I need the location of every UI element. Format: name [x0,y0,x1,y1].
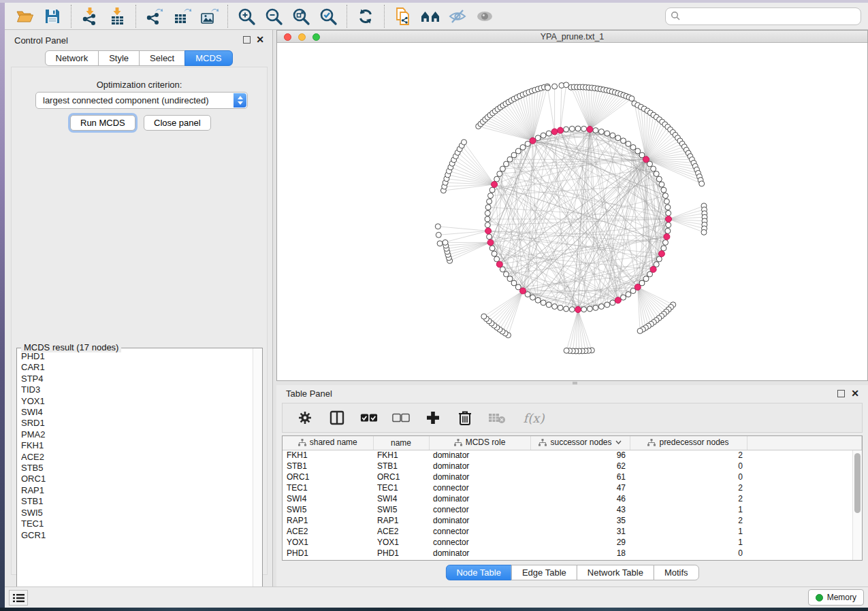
table-scrollbar-thumb[interactable] [854,453,861,513]
table-cell[interactable]: ACE2 [283,526,373,537]
table-cell[interactable]: connector [429,504,530,515]
table-scrollbar[interactable] [852,450,862,560]
table-cell[interactable]: 35 [530,515,630,526]
graph-node[interactable] [489,246,495,251]
table-cell[interactable]: 2 [630,515,747,526]
table-cell[interactable]: 1 [630,504,747,515]
table-cell[interactable]: 18 [530,548,630,559]
mcds-result-list[interactable]: PHD1CAR1STP4TID3YOX1SWI4SRD1PMA2FKH1ACE2… [21,351,251,598]
table-row[interactable]: SWI4SWI4dominator462 [283,493,862,504]
graph-hub-node[interactable] [530,137,536,144]
graph-node[interactable] [663,193,669,199]
save-session-button[interactable] [39,5,66,28]
optimization-criterion-dropdown[interactable]: largest connected component (undirected) [35,92,248,109]
graph-node[interactable] [436,232,441,237]
table-cell[interactable]: FKH1 [373,450,429,461]
graph-node[interactable] [485,222,490,228]
graph-node[interactable] [462,139,467,145]
graph-node[interactable] [435,224,440,229]
table-cell[interactable]: 2 [630,450,747,461]
export-network-button[interactable] [141,5,168,28]
graph-node[interactable] [605,302,610,308]
table-cell[interactable]: ORC1 [283,472,373,482]
graph-node[interactable] [489,187,495,193]
graph-node[interactable] [541,133,546,138]
graph-node[interactable] [581,307,587,312]
table-cell[interactable]: YOX1 [373,537,429,548]
table-cell[interactable]: 0 [630,548,747,559]
table-cell[interactable] [747,450,862,461]
graph-hub-node[interactable] [615,297,621,303]
table-cell[interactable]: 1 [630,526,747,537]
table-cell[interactable]: 0 [630,461,747,472]
table-cell[interactable] [747,504,862,515]
graph-node[interactable] [485,216,490,222]
splitter-grip[interactable] [573,382,577,384]
graph-node[interactable] [666,222,671,228]
table-cell[interactable]: PHD1 [283,548,373,559]
graph-node[interactable] [511,280,517,286]
table-cell[interactable] [747,515,862,526]
column-header-mcds-role[interactable]: MCDS role [429,436,530,450]
graph-node[interactable] [488,193,494,199]
graph-node[interactable] [564,348,569,353]
table-row[interactable]: ORC1ORC1dominator610 [283,472,862,482]
search-field[interactable] [665,7,861,25]
table-cell[interactable]: 62 [530,461,630,472]
graph-node[interactable] [485,210,490,216]
table-row[interactable]: STB1STB1dominator620 [283,461,862,472]
column-header-name[interactable]: name [373,436,429,450]
graph-node[interactable] [504,161,509,167]
mcds-result-item[interactable]: GCR1 [21,530,251,541]
table-cell[interactable]: SWI5 [373,504,429,515]
table-panel-float-button[interactable] [837,390,845,397]
graph-node[interactable] [545,85,551,90]
table-cell[interactable]: dominator [429,548,530,559]
graph-node[interactable] [520,145,526,150]
graph-node[interactable] [552,84,558,89]
table-cell[interactable]: dominator [429,515,530,526]
graph-node[interactable] [664,199,669,204]
import-table-button[interactable] [103,5,131,28]
table-row[interactable]: FKH1FKH1dominator962 [283,450,862,461]
graph-node[interactable] [626,292,631,297]
table-cell[interactable] [747,472,862,482]
status-menu-button[interactable] [9,590,28,606]
hide-selected-button[interactable] [444,5,471,28]
graph-hub-node[interactable] [664,233,670,240]
graph-node[interactable] [651,166,656,171]
table-cell[interactable]: connector [429,482,530,493]
table-cell[interactable]: TEC1 [373,482,429,493]
graph-node[interactable] [621,295,626,300]
table-cell[interactable]: SWI5 [283,504,373,515]
network-canvas[interactable] [277,43,867,380]
mcds-result-item[interactable]: CAR1 [21,362,251,373]
graph-node[interactable] [487,234,492,240]
table-cell[interactable]: PHD1 [373,548,429,559]
network-graph[interactable] [277,43,867,380]
graph-node[interactable] [635,148,641,154]
graph-hub-node[interactable] [485,228,492,234]
graph-node[interactable] [558,305,563,310]
graph-node[interactable] [665,228,671,233]
tab-style[interactable]: Style [98,50,140,66]
graph-hub-node[interactable] [658,250,664,257]
graph-hub-node[interactable] [492,182,498,188]
graph-node[interactable] [530,295,536,300]
tab-node-table[interactable]: Node Table [445,565,512,580]
graph-node[interactable] [500,166,505,171]
table-cell[interactable] [747,461,862,472]
delete-columns-button[interactable] [456,408,474,428]
table-cell[interactable]: TEC1 [283,482,373,493]
graph-node[interactable] [507,156,513,162]
tab-edge-table[interactable]: Edge Table [511,565,577,580]
mcds-result-item[interactable]: TEC1 [21,518,251,529]
run-mcds-button[interactable]: Run MCDS [70,115,135,131]
graph-node[interactable] [598,129,604,135]
graph-node[interactable] [701,229,707,235]
graph-node[interactable] [605,131,610,136]
graph-node[interactable] [661,246,666,251]
graph-node[interactable] [643,276,649,282]
graph-node[interactable] [656,257,662,262]
open-file-button[interactable] [12,5,39,28]
